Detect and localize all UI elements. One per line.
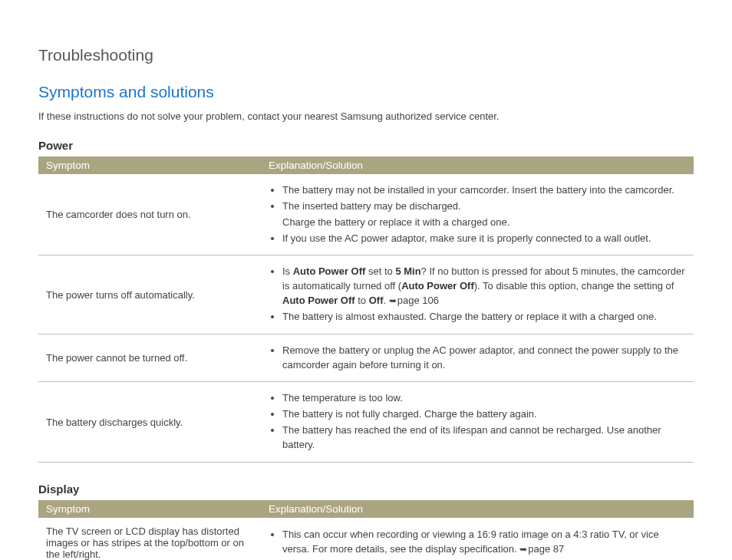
solution-cell: Remove the battery or unplug the AC powe… [261,334,694,382]
symptom-cell: The camcorder does not turn on. [38,174,261,255]
troubleshoot-table: SymptomExplanation/SolutionThe camcorder… [38,156,694,463]
intro-text: If these instructions do not solve your … [38,110,694,122]
tables-host: PowerSymptomExplanation/SolutionThe camc… [38,139,694,560]
symptom-cell: The power cannot be turned off. [38,334,261,382]
col-solution: Explanation/Solution [261,500,694,518]
bold-text: Auto Power Off [293,265,366,277]
arrow-icon: ➥ [389,295,397,308]
list-item: The battery is not fully charged. Charge… [282,407,686,422]
col-symptom: Symptom [38,500,261,518]
col-solution: Explanation/Solution [261,156,694,174]
table-row: The power cannot be turned off.Remove th… [38,334,694,382]
bold-text: Auto Power Off [401,280,474,292]
solution-list: This can occur when recording or viewing… [269,528,686,557]
bold-text: Off [369,295,384,306]
list-item: Remove the battery or unplug the AC powe… [282,344,686,373]
col-symptom: Symptom [38,156,261,174]
table-row: The power turns off automatically.Is Aut… [38,255,694,334]
solution-list: The temperature is too low.The battery i… [269,391,686,452]
troubleshoot-table: SymptomExplanation/SolutionThe TV screen… [38,500,694,560]
list-item: The battery has reached the end of its l… [282,423,686,453]
solution-list: The battery may not be installed in your… [269,183,686,245]
list-item: The battery is almost exhausted. Charge … [282,310,686,324]
table-row: The TV screen or LCD display has distort… [38,518,694,560]
bold-text: Auto Power Off [282,295,355,306]
page-title: Troubleshooting [38,46,694,64]
solution-cell: Is Auto Power Off set to 5 Min? If no bu… [261,255,694,334]
table-row: The battery discharges quickly.The tempe… [38,382,694,462]
bold-text: 5 Min [395,265,420,277]
solution-cell: The temperature is too low.The battery i… [261,382,694,462]
solution-list: Remove the battery or unplug the AC powe… [269,344,686,373]
list-item: The temperature is too low. [282,391,686,406]
solution-list: Is Auto Power Off set to 5 Min? If no bu… [269,265,686,324]
list-item: The inserted battery may be discharged. [282,199,686,214]
symptom-cell: The power turns off automatically. [38,255,261,334]
symptom-cell: The TV screen or LCD display has distort… [38,518,261,560]
table-row: The camcorder does not turn on.The batte… [38,174,694,255]
symptom-cell: The battery discharges quickly. [38,382,261,462]
list-item: Charge the battery or replace it with a … [269,216,686,230]
list-item: Is Auto Power Off set to 5 Min? If no bu… [282,265,686,308]
list-item: The battery may not be installed in your… [282,183,686,198]
list-item: If you use the AC power adaptor, make su… [282,232,686,246]
arrow-icon: ➥ [519,543,527,556]
table-heading: Display [38,483,694,496]
solution-cell: The battery may not be installed in your… [261,174,694,255]
section-title: Symptoms and solutions [38,83,694,101]
list-item: This can occur when recording or viewing… [282,528,686,557]
solution-cell: This can occur when recording or viewing… [261,518,694,560]
table-heading: Power [38,139,694,152]
page-container: Troubleshooting Symptoms and solutions I… [0,0,732,560]
